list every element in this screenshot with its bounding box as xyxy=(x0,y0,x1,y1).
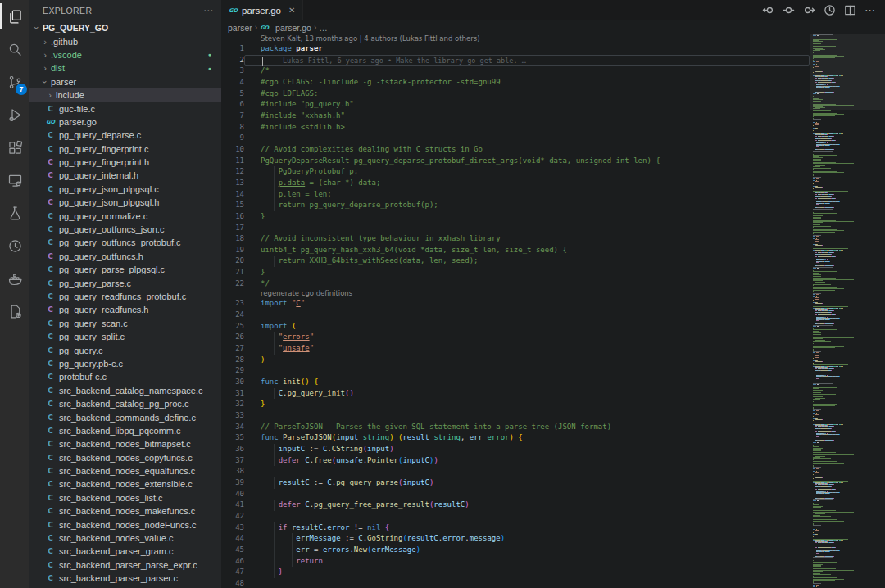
code-line-10[interactable]: 10// Avoid complexities dealing with C s… xyxy=(221,144,810,156)
code-line-39[interactable]: 39 resultC := C.pg_query_parse(inputC) xyxy=(221,477,810,489)
tree-item-src_backend_nodes_equalfuncs.c[interactable]: Csrc_backend_nodes_equalfuncs.c xyxy=(30,464,221,477)
code-line-32[interactable]: 32} xyxy=(221,399,810,410)
code-line-9[interactable]: 9 xyxy=(221,133,810,144)
code-line-47[interactable]: 47 } xyxy=(221,567,810,578)
activity-item-source-control[interactable]: 7 xyxy=(0,66,30,98)
tree-item-pg_query_internal.h[interactable]: Cpg_query_internal.h xyxy=(30,169,221,182)
code-line-24[interactable]: 24 xyxy=(221,310,810,321)
tree-item-src_backend_nodes_bitmapset.c[interactable]: Csrc_backend_nodes_bitmapset.c xyxy=(30,437,221,450)
code-line-43[interactable]: 43 if resultC.error != nil { xyxy=(221,522,810,534)
minimap[interactable] xyxy=(810,34,885,588)
code-line-19[interactable]: 19uint64_t pg_query_hash_xxh3_64(void *d… xyxy=(221,245,810,256)
code-line-8[interactable]: 8#include <stdlib.h> xyxy=(221,122,810,133)
code-line-4[interactable]: 4#cgo CFLAGS: -Iinclude -g -fstack-prote… xyxy=(221,77,810,88)
open-changes-button[interactable] xyxy=(782,4,795,17)
code-line-12[interactable]: 12 PgQueryProtobuf p; xyxy=(221,166,810,178)
tree-item-src_backend_commands_define.c[interactable]: Csrc_backend_commands_define.c xyxy=(30,410,221,423)
activity-item-project-manager[interactable] xyxy=(0,295,30,328)
tree-item-pg_query_readfuncs.h[interactable]: Cpg_query_readfuncs.h xyxy=(30,303,221,316)
code-line-20[interactable]: 20 return XXH3_64bits_withSeed(data, len… xyxy=(221,256,810,267)
minimap-slider[interactable] xyxy=(810,34,885,110)
code-line-7[interactable]: 7#include "xxhash.h" xyxy=(221,111,810,122)
code-line-27[interactable]: 27 "unsafe" xyxy=(221,343,810,355)
tree-item-src_backend_nodes_copyfuncs.c[interactable]: Csrc_backend_nodes_copyfuncs.c xyxy=(30,451,221,464)
code-line-37[interactable]: 37 defer C.free(unsafe.Pointer(inputC)) xyxy=(221,455,810,467)
code-line-11[interactable]: 11PgQueryDeparseResult pg_query_deparse_… xyxy=(221,156,810,167)
tab-parser-go[interactable]: GO parser.go ✕ xyxy=(221,0,303,20)
tree-item-src_backend_parser_parser.c[interactable]: Csrc_backend_parser_parser.c xyxy=(30,572,221,585)
code-line-22[interactable]: 22*/ xyxy=(221,278,810,290)
tree-item-pg_query_outfuncs_json.c[interactable]: Cpg_query_outfuncs_json.c xyxy=(30,223,221,236)
tree-item-pg_query_scan.c[interactable]: Cpg_query_scan.c xyxy=(30,317,221,330)
tree-item-protobuf-c.c[interactable]: Cprotobuf-c.c xyxy=(30,370,221,383)
tree-item-pg_query.c[interactable]: Cpg_query.c xyxy=(30,343,221,356)
tree-item-src_backend_nodes_makefuncs.c[interactable]: Csrc_backend_nodes_makefuncs.c xyxy=(30,504,221,518)
activity-item-gitlens[interactable] xyxy=(0,229,30,262)
tree-item-src_backend_libpq_pqcomm.c[interactable]: Csrc_backend_libpq_pqcomm.c xyxy=(30,424,221,437)
activity-item-docker[interactable] xyxy=(0,262,30,295)
code-line-38[interactable]: 38 xyxy=(221,466,810,477)
code-line-35[interactable]: 35func ParseToJSON(input string) (result… xyxy=(221,432,810,444)
code-line-31[interactable]: 31 C.pg_query_init() xyxy=(221,388,810,400)
tree-item-src_backend_catalog_pg_proc.c[interactable]: Csrc_backend_catalog_pg_proc.c xyxy=(30,397,221,410)
breadcrumb-item-parser[interactable]: parser xyxy=(228,23,252,33)
tree-item-guc-file.c[interactable]: Cguc-file.c xyxy=(30,102,221,115)
more-actions-button[interactable]: ⋯ xyxy=(864,4,877,17)
code-line-29[interactable]: 29 xyxy=(221,365,810,377)
split-editor-button[interactable] xyxy=(843,4,856,17)
code-line-1[interactable]: 1package parser xyxy=(221,43,810,55)
code-line-46[interactable]: 46 return xyxy=(221,556,810,568)
activity-item-remote-explorer[interactable] xyxy=(0,164,30,197)
tree-item-pg_query_split.c[interactable]: Cpg_query_split.c xyxy=(30,330,221,343)
code-line-36[interactable]: 36 inputC := C.CString(input) xyxy=(221,444,810,455)
tree-item-pg_query_json_plpgsql.c[interactable]: Cpg_query_json_plpgsql.c xyxy=(30,183,221,196)
code-line-28[interactable]: 28) xyxy=(221,355,810,366)
activity-item-extensions[interactable] xyxy=(0,131,30,164)
activity-item-testing[interactable] xyxy=(0,197,30,229)
tree-item-src_backend_nodes_nodeFuncs.c[interactable]: Csrc_backend_nodes_nodeFuncs.c xyxy=(30,518,221,531)
tree-item-dist[interactable]: ›dist● xyxy=(30,61,221,75)
tree-item-pg_query_fingerprint.h[interactable]: Cpg_query_fingerprint.h xyxy=(30,156,221,169)
code-line-15[interactable]: 15 return pg_query_deparse_protobuf(p); xyxy=(221,200,810,211)
tree-item-pg_query_outfuncs_protobuf.c[interactable]: Cpg_query_outfuncs_protobuf.c xyxy=(30,236,221,249)
tree-item-pg_query_deparse.c[interactable]: Cpg_query_deparse.c xyxy=(30,129,221,142)
code-line-17[interactable]: 17 xyxy=(221,223,810,234)
breadcrumb-item-symbols[interactable]: … xyxy=(319,23,328,33)
tree-item-.github[interactable]: ›.github xyxy=(30,34,221,47)
code-line-16[interactable]: 16} xyxy=(221,211,810,223)
activity-item-search[interactable] xyxy=(0,33,30,66)
code-line-2[interactable]: 2Lukas Fittl, 6 years ago • Make the lib… xyxy=(221,55,810,66)
code-line-33[interactable]: 33 xyxy=(221,410,810,422)
explorer-more-actions-button[interactable]: ⋯ xyxy=(203,5,213,16)
tree-item-src_backend_nodes_value.c[interactable]: Csrc_backend_nodes_value.c xyxy=(30,531,221,545)
tree-item-src_backend_parser_gram.c[interactable]: Csrc_backend_parser_gram.c xyxy=(30,545,221,558)
tree-item-include[interactable]: ›include xyxy=(30,88,221,102)
code-line-3[interactable]: 3/* xyxy=(221,66,810,77)
tree-item-pg_query_normalize.c[interactable]: Cpg_query_normalize.c xyxy=(30,209,221,222)
code-line-26[interactable]: 26 "errors" xyxy=(221,332,810,343)
breadcrumb-item-parser.go[interactable]: GOparser.go xyxy=(260,23,311,33)
tree-item-parser.go[interactable]: GOparser.go xyxy=(30,115,221,129)
code-line-44[interactable]: 44 errMessage := C.GoString(resultC.erro… xyxy=(221,533,810,545)
activity-item-run-and-debug[interactable] xyxy=(0,98,30,131)
code-line-14[interactable]: 14 p.len = len; xyxy=(221,189,810,201)
code-line-48[interactable]: 48 xyxy=(221,578,810,588)
tree-item-pg_query_parse.c[interactable]: Cpg_query_parse.c xyxy=(30,276,221,289)
code-line-13[interactable]: 13 p.data = (char *) data; xyxy=(221,178,810,189)
tree-item-pg_query.pb-c.c[interactable]: Cpg_query.pb-c.c xyxy=(30,357,221,370)
code-line-25[interactable]: 25import ( xyxy=(221,321,810,332)
tree-item-pg_query_parse_plpgsql.c[interactable]: Cpg_query_parse_plpgsql.c xyxy=(30,263,221,276)
tree-item-pg_query_fingerprint.c[interactable]: Cpg_query_fingerprint.c xyxy=(30,142,221,156)
code-line-42[interactable]: 42 xyxy=(221,511,810,522)
code-editor[interactable]: Steven Kalt, 13 months ago | 4 authors (… xyxy=(221,34,810,588)
code-line-41[interactable]: 41 defer C.pg_query_free_parse_result(re… xyxy=(221,500,810,511)
open-next-change-button[interactable] xyxy=(802,4,815,17)
code-line-5[interactable]: 5#cgo LDFLAGS: xyxy=(221,88,810,100)
tree-item-src_backend_parser_parse_expr.c[interactable]: Csrc_backend_parser_parse_expr.c xyxy=(30,559,221,572)
code-line-21[interactable]: 21} xyxy=(221,267,810,278)
tree-item-pg_query_readfuncs_protobuf.c[interactable]: Cpg_query_readfuncs_protobuf.c xyxy=(30,290,221,303)
tree-item-pg_query_json_plpgsql.h[interactable]: Cpg_query_json_plpgsql.h xyxy=(30,196,221,209)
tree-item-src_backend_catalog_namespace.c[interactable]: Csrc_backend_catalog_namespace.c xyxy=(30,384,221,397)
code-line-23[interactable]: 23import "C" xyxy=(221,298,810,310)
close-tab-icon[interactable]: ✕ xyxy=(288,6,295,15)
